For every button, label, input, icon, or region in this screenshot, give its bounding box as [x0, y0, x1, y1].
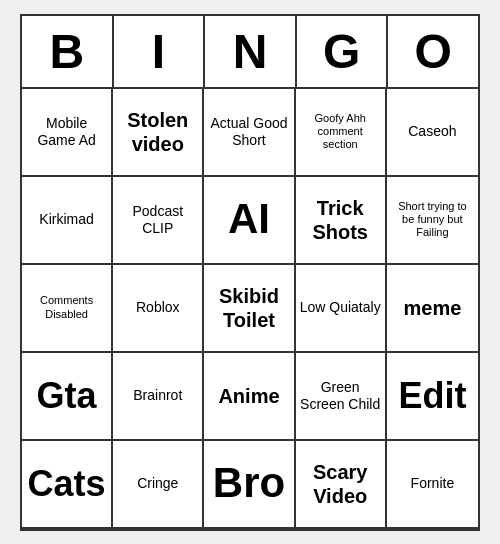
bingo-grid: Mobile Game AdStolen videoActual Good Sh…: [22, 89, 478, 529]
bingo-cell-17: Anime: [204, 353, 295, 441]
bingo-cell-18: Green Screen Child: [296, 353, 387, 441]
bingo-cell-16: Brainrot: [113, 353, 204, 441]
bingo-cell-3: Goofy Ahh comment section: [296, 89, 387, 177]
bingo-cell-13: Low Quiataly: [296, 265, 387, 353]
bingo-header: BINGO: [22, 16, 478, 89]
bingo-cell-1: Stolen video: [113, 89, 204, 177]
bingo-cell-7: AI: [204, 177, 295, 265]
bingo-cell-19: Edit: [387, 353, 478, 441]
bingo-letter-b: B: [22, 16, 114, 87]
bingo-cell-5: Kirkimad: [22, 177, 113, 265]
bingo-cell-6: Podcast CLIP: [113, 177, 204, 265]
bingo-cell-8: Trick Shots: [296, 177, 387, 265]
bingo-cell-2: Actual Good Short: [204, 89, 295, 177]
bingo-cell-0: Mobile Game Ad: [22, 89, 113, 177]
bingo-cell-12: Skibid Toilet: [204, 265, 295, 353]
bingo-letter-n: N: [205, 16, 297, 87]
bingo-letter-g: G: [297, 16, 389, 87]
bingo-cell-24: Fornite: [387, 441, 478, 529]
bingo-cell-4: Caseoh: [387, 89, 478, 177]
bingo-cell-11: Roblox: [113, 265, 204, 353]
bingo-cell-9: Short trying to be funny but Failing: [387, 177, 478, 265]
bingo-cell-21: Cringe: [113, 441, 204, 529]
bingo-cell-15: Gta: [22, 353, 113, 441]
bingo-letter-i: I: [114, 16, 206, 87]
bingo-letter-o: O: [388, 16, 478, 87]
bingo-card: BINGO Mobile Game AdStolen videoActual G…: [20, 14, 480, 531]
bingo-cell-14: meme: [387, 265, 478, 353]
bingo-cell-22: Bro: [204, 441, 295, 529]
bingo-cell-20: Cats: [22, 441, 113, 529]
bingo-cell-10: Comments Disabled: [22, 265, 113, 353]
bingo-cell-23: Scary Video: [296, 441, 387, 529]
